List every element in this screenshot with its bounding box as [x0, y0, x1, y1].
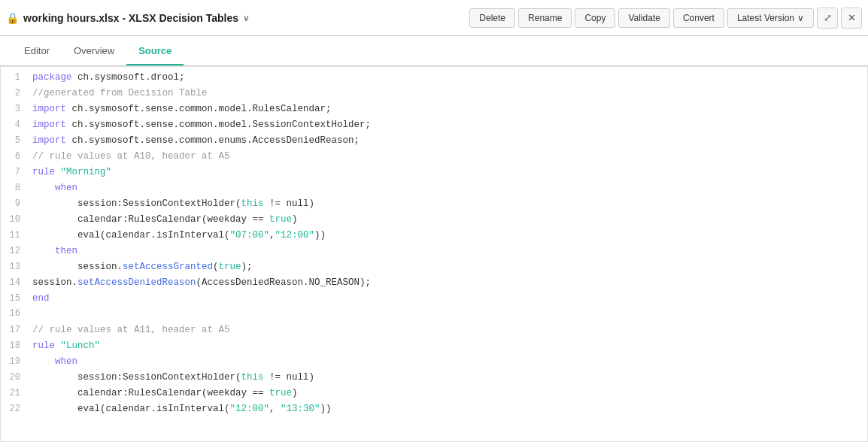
- tab-source[interactable]: Source: [126, 38, 184, 65]
- table-row: 15 end: [1, 291, 867, 307]
- table-row: 6 // rule values at A10, header at A5: [1, 149, 867, 165]
- title-bar-buttons: Delete Rename Copy Validate Convert Late…: [469, 8, 862, 29]
- title-bar: 🔒 working hours.xlsx - XLSX Decision Tab…: [0, 0, 868, 36]
- close-button[interactable]: ✕: [841, 8, 862, 29]
- table-row: 10 calendar:RulesCalendar(weekday == tru…: [1, 212, 867, 228]
- table-row: 5 import ch.sysmosoft.sense.common.enums…: [1, 133, 867, 149]
- table-row: 20 session:SessionContextHolder(this != …: [1, 370, 867, 386]
- rename-button[interactable]: Rename: [518, 8, 572, 28]
- page-title: working hours.xlsx - XLSX Decision Table…: [23, 12, 238, 24]
- table-row: 7 rule "Morning": [1, 165, 867, 180]
- table-row: 18 rule "Lunch": [1, 338, 867, 354]
- table-row: 8 when: [1, 180, 867, 196]
- table-row: 12 then: [1, 244, 867, 259]
- table-row: 14 session.setAccessDeniedReason(AccessD…: [1, 275, 867, 291]
- copy-button[interactable]: Copy: [575, 8, 615, 28]
- table-row: 17 // rule values at A11, header at A5: [1, 322, 867, 338]
- lock-icon: 🔒: [6, 12, 19, 24]
- tab-editor[interactable]: Editor: [12, 38, 62, 65]
- expand-button[interactable]: ⤢: [817, 8, 838, 29]
- convert-button[interactable]: Convert: [673, 8, 724, 28]
- tab-bar: Editor Overview Source: [0, 36, 868, 66]
- code-editor[interactable]: 1 package ch.sysmosoft.drool; 2 //genera…: [0, 66, 868, 442]
- table-row: 4 import ch.sysmosoft.sense.common.model…: [1, 117, 867, 133]
- title-dropdown-arrow[interactable]: ∨: [243, 13, 250, 23]
- table-row: 16: [1, 307, 867, 322]
- table-row: 13 session.setAccessGranted(true);: [1, 259, 867, 275]
- delete-button[interactable]: Delete: [469, 8, 515, 28]
- table-row: 22 eval(calendar.isInInterval("12:00", "…: [1, 401, 867, 417]
- table-row: 9 session:SessionContextHolder(this != n…: [1, 196, 867, 212]
- title-bar-left: 🔒 working hours.xlsx - XLSX Decision Tab…: [6, 12, 469, 24]
- table-row: 19 when: [1, 354, 867, 370]
- table-row: 1 package ch.sysmosoft.drool;: [1, 70, 867, 86]
- table-row: 11 eval(calendar.isInInterval("07:00","1…: [1, 228, 867, 244]
- tab-overview[interactable]: Overview: [62, 38, 126, 65]
- table-row: 3 import ch.sysmosoft.sense.common.model…: [1, 101, 867, 117]
- latest-version-button[interactable]: Latest Version ∨: [727, 8, 814, 28]
- table-row: 2 //generated from Decision Table: [1, 86, 867, 101]
- table-row: 21 calendar:RulesCalendar(weekday == tru…: [1, 386, 867, 401]
- validate-button[interactable]: Validate: [618, 8, 669, 28]
